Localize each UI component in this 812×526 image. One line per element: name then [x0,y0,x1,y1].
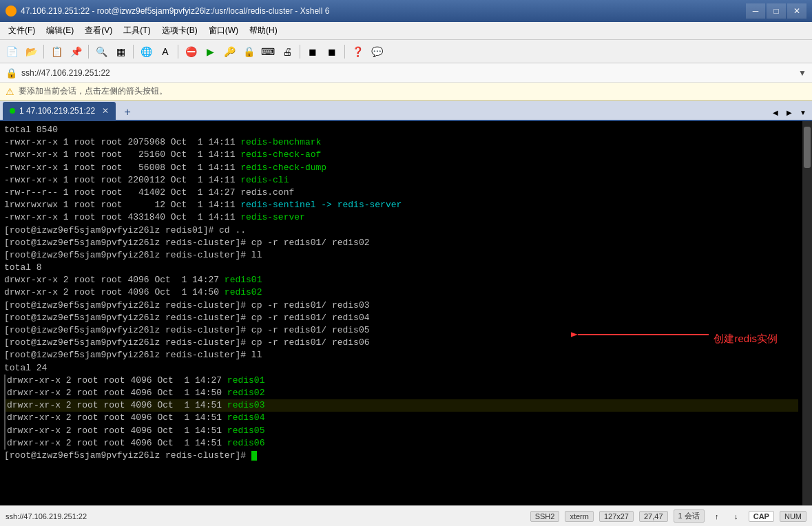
globe-button[interactable]: 🌐 [137,43,155,61]
menu-view[interactable]: 查看(V) [79,23,118,38]
separator-6 [344,45,345,59]
close-button[interactable]: ✕ [787,3,806,19]
status-position: 27,47 [639,511,668,522]
scrollbar[interactable] [802,121,812,505]
menu-edit[interactable]: 编辑(E) [41,23,79,38]
status-num: NUM [780,511,806,522]
separator-3 [133,45,134,59]
lock-icon: 🔒 [6,67,17,78]
connect-button[interactable]: ▶ [201,43,219,61]
help-button[interactable]: ❓ [348,43,366,61]
window-title: 47.106.219.251:22 - root@izwz9ef5sjam9pv… [21,6,746,16]
print-button[interactable]: 🖨 [278,43,296,61]
copy-button[interactable]: 📋 [48,43,65,61]
separator-5 [300,45,300,59]
line-11: [root@izwz9ef5sjam9pvfyiz26lz redis-clus… [4,249,798,262]
toolbar-button-2[interactable]: ◼ [323,43,341,61]
line-3: -rwxr-xr-x 1 root root 25160 Oct 1 14:11… [4,149,798,161]
annotation: 创建redis实例 [714,331,778,346]
address-text: ssh://47.106.219.251:22 [21,68,110,78]
tab-navigation: ◀ ▶ ▼ [769,105,809,120]
line-18: [root@izwz9ef5sjam9pvfyiz26lz redis-clus… [4,337,798,349]
annotation-text: 创建redis实例 [714,331,778,346]
key-button[interactable]: 🔑 [220,43,238,61]
tab-close-button[interactable]: ✕ [102,106,109,116]
line-19: [root@izwz9ef5sjam9pvfyiz26lz redis-clus… [4,349,798,361]
maximize-button[interactable]: □ [767,3,786,19]
status-address-text: ssh://47.106.219.251:22 [6,512,87,520]
menu-help[interactable]: 帮助(H) [244,23,283,38]
font-button[interactable]: A [156,43,174,61]
line-23: drwxr-xr-x 2 root root 4096 Oct 1 14:51 … [4,399,798,412]
titlebar: 47.106.219.251:22 - root@izwz9ef5sjam9pv… [0,0,812,22]
line-7: lrwxrwxrwx 1 root root 12 Oct 1 14:11 re… [4,199,798,211]
tab-list-button[interactable]: ▼ [797,105,809,120]
line-17: [root@izwz9ef5sjam9pvfyiz26lz redis-clus… [4,324,798,337]
tab-session[interactable]: 1 47.106.219.251:22 ✕ [3,102,116,120]
separator-2 [88,45,89,59]
menu-tools[interactable]: 工具(T) [118,23,156,38]
status-right: SSH2 xterm 127x27 27,47 1 会话 ↑ ↓ CAP NUM [530,509,806,523]
status-size: 127x27 [599,511,634,522]
separator-4 [178,45,178,59]
toolbar: 📄 📂 📋 📌 🔍 ▦ 🌐 A ⛔ ▶ 🔑 🔒 ⌨ 🖨 ◼ ◼ ❓ 💬 [0,40,812,63]
disconnect-button[interactable]: ⛔ [182,43,200,61]
dropdown-icon[interactable]: ▼ [798,68,806,78]
line-8: -rwxr-xr-x 1 root root 4331840 Oct 1 14:… [4,211,798,224]
line-10: [root@izwz9ef5sjam9pvfyiz26lz redis-clus… [4,237,798,249]
line-22: drwxr-xr-x 2 root root 4096 Oct 1 14:50 … [4,387,798,399]
status-address: ssh://47.106.219.251:22 [6,512,87,520]
status-encoding: xterm [565,511,594,522]
line-24: drwxr-xr-x 2 root root 4096 Oct 1 14:51 … [4,412,798,424]
add-tab-button[interactable]: + [118,105,136,120]
tab-next-button[interactable]: ▶ [783,105,795,120]
keyboard-button[interactable]: ⌨ [259,43,277,61]
line-1: total 8540 [4,124,798,136]
line-27: [root@izwz9ef5sjam9pvfyiz26lz redis-clus… [4,450,798,462]
cursor [251,451,257,461]
line-13: drwxr-xr-x 2 root root 4096 Oct 1 14:27 … [4,274,798,286]
separator-1 [43,45,44,59]
app-icon [6,6,17,17]
scroll-up-button[interactable]: ↑ [710,509,724,523]
open-button[interactable]: 📂 [22,43,40,61]
layout-button[interactable]: ▦ [112,43,129,61]
menu-tab[interactable]: 选项卡(B) [156,23,203,38]
line-26: drwxr-xr-x 2 root root 4096 Oct 1 14:51 … [4,437,798,450]
warning-icon: ⚠ [6,86,14,97]
line-14: drwxr-xr-x 2 root root 4096 Oct 1 14:50 … [4,286,798,299]
minimize-button[interactable]: ─ [746,3,765,19]
toolbar-button-1[interactable]: ◼ [304,43,322,61]
scroll-down-button[interactable]: ↓ [729,509,743,523]
menubar: 文件(F) 编辑(E) 查看(V) 工具(T) 选项卡(B) 窗口(W) 帮助(… [0,22,812,40]
line-9: [root@izwz9ef5sjam9pvfyiz26lz redis01]# … [4,224,798,237]
infobar: ⚠ 要添加当前会话，点击左侧的箭头按钮。 [0,83,812,101]
menu-file[interactable]: 文件(F) [3,23,41,38]
line-25: drwxr-xr-x 2 root root 4096 Oct 1 14:51 … [4,425,798,437]
terminal-container: total 8540 -rwxr-xr-x 1 root root 207596… [0,121,812,505]
new-session-button[interactable]: 📄 [3,43,21,61]
line-5: -rwxr-xr-x 1 root root 2200112 Oct 1 14:… [4,174,798,187]
tab-label: 1 47.106.219.251:22 [19,106,95,116]
line-6: -rw-r--r-- 1 root root 41402 Oct 1 14:27… [4,187,798,199]
lock-button[interactable]: 🔒 [240,43,258,61]
chat-button[interactable]: 💬 [368,43,386,61]
paste-button[interactable]: 📌 [67,43,85,61]
window-controls: ─ □ ✕ [746,3,806,19]
statusbar: ssh://47.106.219.251:22 SSH2 xterm 127x2… [0,505,812,526]
addressbar: 🔒 ssh://47.106.219.251:22 ▼ [0,63,812,83]
line-16: [root@izwz9ef5sjam9pvfyiz26lz redis-clus… [4,312,798,324]
menu-window[interactable]: 窗口(W) [203,23,244,38]
line-21: drwxr-xr-x 2 root root 4096 Oct 1 14:27 … [4,375,798,387]
status-protocol: SSH2 [530,511,560,522]
terminal[interactable]: total 8540 -rwxr-xr-x 1 root root 207596… [0,121,802,505]
scroll-thumb[interactable] [804,127,811,168]
info-text: 要添加当前会话，点击左侧的箭头按钮。 [19,85,167,97]
status-sessions: 1 会话 [674,509,705,523]
tabbar: 1 47.106.219.251:22 ✕ + ◀ ▶ ▼ [0,101,812,121]
line-15: [root@izwz9ef5sjam9pvfyiz26lz redis-clus… [4,299,798,312]
tab-prev-button[interactable]: ◀ [769,105,782,120]
zoom-button[interactable]: 🔍 [92,43,110,61]
status-cap: CAP [749,511,774,522]
line-12: total 8 [4,262,798,274]
